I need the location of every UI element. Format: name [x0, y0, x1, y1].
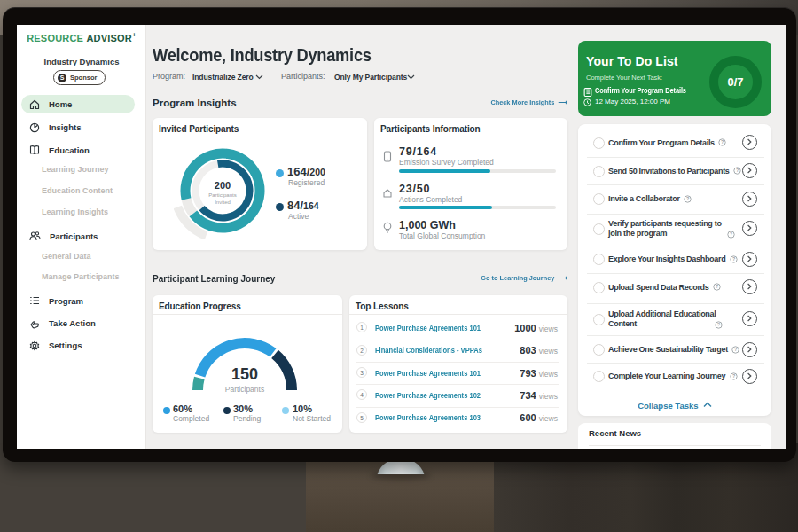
- svg-text:?: ?: [686, 196, 690, 201]
- svg-text:Invited: Invited: [215, 200, 231, 205]
- svg-text:?: ?: [732, 373, 736, 379]
- svg-text:?: ?: [734, 347, 738, 352]
- svg-text:Participants: Participants: [225, 385, 264, 394]
- svg-text:Participants: Participants: [208, 192, 236, 198]
- svg-text:?: ?: [717, 322, 720, 327]
- svg-text:?: ?: [716, 284, 719, 289]
- svg-text:200: 200: [215, 180, 231, 191]
- svg-text:?: ?: [721, 139, 724, 145]
- svg-text:150: 150: [231, 365, 258, 383]
- svg-text:?: ?: [732, 256, 736, 262]
- svg-text:?: ?: [730, 231, 732, 237]
- svg-text:?: ?: [736, 168, 739, 173]
